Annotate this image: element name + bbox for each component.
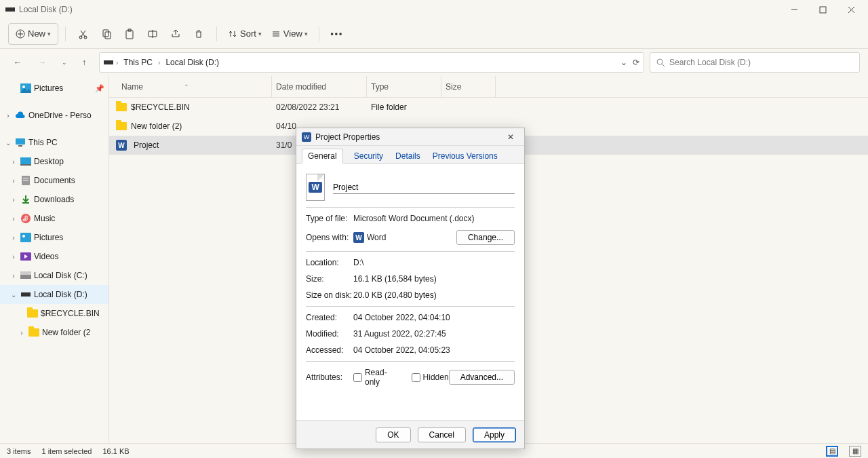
accessed-label: Accessed: (306, 345, 353, 355)
cancel-button[interactable]: Cancel (418, 427, 466, 442)
column-date[interactable]: Date modified (272, 76, 367, 97)
tab-general[interactable]: General (302, 149, 343, 164)
tab-details[interactable]: Details (394, 149, 422, 163)
file-name: Project (134, 140, 159, 150)
desktop-icon (20, 156, 31, 167)
music-icon (20, 213, 31, 224)
file-row[interactable]: $RECYCLE.BIN 02/08/2022 23:21 File folde… (109, 98, 868, 117)
sidebar-item-desktop[interactable]: › Desktop (0, 152, 108, 171)
filename-input[interactable] (333, 181, 515, 194)
attr-label: Attributes: (306, 373, 353, 382)
expand-icon[interactable]: › (9, 196, 18, 204)
tab-versions[interactable]: Previous Versions (431, 149, 499, 163)
svg-rect-1 (820, 7, 826, 13)
sidebar-item-onedrive[interactable]: › OneDrive - Perso (0, 106, 108, 125)
chevron-down-icon[interactable]: ⌄ (620, 58, 627, 67)
location-value: D:\ (353, 258, 515, 267)
dialog-close-button[interactable]: ✕ (502, 130, 519, 144)
rename-button[interactable] (142, 23, 163, 45)
maximize-button[interactable] (808, 0, 837, 19)
svg-rect-23 (18, 145, 22, 147)
breadcrumb-item[interactable]: This PC (121, 56, 155, 69)
expand-icon[interactable]: › (9, 234, 18, 242)
back-button[interactable]: ← (8, 53, 27, 72)
sidebar-item-videos[interactable]: › Videos (0, 247, 108, 266)
cut-button[interactable] (73, 23, 94, 45)
sidebar-label: $RECYCLE.BIN (41, 309, 100, 318)
folder-icon (28, 327, 39, 338)
column-name[interactable]: Name⌃ (109, 76, 272, 97)
refresh-icon[interactable]: ⟳ (633, 58, 639, 67)
close-button[interactable] (837, 0, 865, 19)
copy-button[interactable] (96, 23, 117, 45)
toolbar: New ▾ Sort ▾ View ▾ ••• (0, 19, 868, 49)
minimize-button[interactable] (780, 0, 808, 19)
sidebar-item-newfolder[interactable]: › New folder (2 (0, 323, 108, 342)
tab-security[interactable]: Security (353, 149, 384, 163)
svg-point-31 (22, 235, 25, 237)
window-title: Local Disk (D:) (19, 5, 73, 14)
created-value: 04 October 2022, 04:04:10 (353, 313, 515, 322)
search-input[interactable]: Search Local Disk (D:) (650, 52, 860, 73)
accessed-value: 04 October 2022, 04:05:23 (353, 345, 515, 355)
apply-button[interactable]: Apply (473, 427, 516, 442)
expand-icon[interactable]: › (18, 329, 26, 337)
sidebar-item-diskc[interactable]: › Local Disk (C:) (0, 266, 108, 285)
dialog-body: W Type of file:Microsoft Word Document (… (296, 164, 524, 420)
word-icon: W (116, 140, 127, 151)
paste-button[interactable] (119, 23, 140, 45)
hidden-checkbox[interactable]: Hidden (412, 373, 449, 382)
expand-icon[interactable]: › (9, 272, 18, 280)
more-button[interactable]: ••• (326, 23, 348, 45)
ok-button[interactable]: OK (376, 427, 410, 442)
sidebar-item-pictures-quick[interactable]: Pictures 📌 (0, 79, 108, 98)
expand-icon[interactable]: › (9, 158, 18, 166)
recent-button[interactable]: ⌄ (57, 53, 69, 72)
modified-value: 31 August 2022, 02:27:45 (353, 329, 515, 339)
status-selection: 1 item selected (41, 447, 92, 455)
svg-rect-10 (105, 32, 111, 39)
change-button[interactable]: Change... (456, 230, 515, 245)
up-button[interactable]: ↑ (75, 53, 94, 72)
advanced-button[interactable]: Advanced... (449, 370, 515, 385)
sidebar-item-downloads[interactable]: › Downloads (0, 190, 108, 209)
dialog-tabs: General Security Details Previous Versio… (296, 146, 524, 164)
view-button[interactable]: View ▾ (267, 23, 312, 45)
column-size[interactable]: Size (441, 76, 496, 97)
sidebar-item-diskd[interactable]: ⌄ Local Disk (D:) (0, 285, 108, 304)
search-icon (656, 58, 665, 67)
breadcrumb-item[interactable]: Local Disk (D:) (163, 56, 222, 69)
expand-icon[interactable]: › (9, 215, 18, 223)
sort-button[interactable]: Sort ▾ (224, 23, 266, 45)
documents-icon (20, 175, 31, 186)
new-button[interactable]: New ▾ (8, 23, 58, 45)
thumbnails-view-button[interactable]: ▦ (849, 446, 861, 457)
forward-button[interactable]: → (33, 53, 52, 72)
sidebar-label: Downloads (34, 195, 74, 204)
sidebar-item-thispc[interactable]: ⌄ This PC (0, 133, 108, 152)
readonly-checkbox[interactable]: Read-only (353, 368, 402, 387)
opens-value: Word (367, 233, 386, 242)
pictures-icon (20, 83, 31, 94)
breadcrumb[interactable]: › This PC › Local Disk (D:) ⌄ ⟳ (99, 52, 644, 73)
sidebar-item-pictures[interactable]: › Pictures (0, 228, 108, 247)
column-type[interactable]: Type (367, 76, 441, 97)
sidebar-item-documents[interactable]: › Documents (0, 171, 108, 190)
delete-button[interactable] (188, 23, 210, 45)
expand-icon[interactable]: › (4, 112, 12, 119)
created-label: Created: (306, 313, 353, 322)
collapse-icon[interactable]: ⌄ (4, 139, 12, 147)
sidebar-item-recycle[interactable]: $RECYCLE.BIN (0, 304, 108, 323)
collapse-icon[interactable]: ⌄ (9, 291, 18, 299)
share-button[interactable] (165, 23, 186, 45)
svg-point-21 (22, 85, 25, 88)
details-view-button[interactable]: ▤ (826, 446, 838, 457)
dialog-footer: OK Cancel Apply (296, 420, 524, 449)
expand-icon[interactable]: › (9, 177, 18, 185)
expand-icon[interactable]: › (9, 253, 18, 261)
chevron-right-icon: › (116, 59, 118, 66)
chevron-down-icon: ▾ (47, 31, 51, 37)
sidebar: Pictures 📌 › OneDrive - Perso ⌄ This PC … (0, 76, 108, 443)
sidebar-label: Pictures (34, 83, 63, 93)
sidebar-item-music[interactable]: › Music (0, 209, 108, 228)
